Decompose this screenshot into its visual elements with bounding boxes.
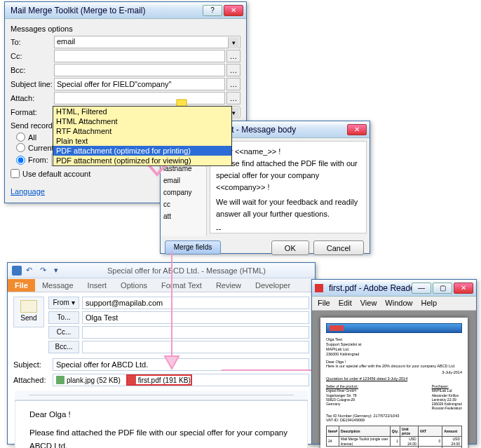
merge-field[interactable]: cc xyxy=(161,198,206,210)
pink-arrow-annotation xyxy=(161,251,182,370)
attached-label: Attached: xyxy=(13,376,53,384)
menu-help[interactable]: Help xyxy=(421,299,437,308)
cc-input[interactable] xyxy=(82,326,309,339)
radio-all[interactable] xyxy=(16,133,25,142)
close-button[interactable]: ✕ xyxy=(224,5,243,16)
format-option[interactable]: RTF Attachment xyxy=(53,126,231,136)
format-option[interactable]: HTML Attachment xyxy=(53,116,231,126)
merge-field[interactable]: att xyxy=(161,210,206,222)
save-icon[interactable] xyxy=(12,266,22,276)
reader-menu-bar: File Edit View Window Help xyxy=(312,297,476,311)
attach-picker-button[interactable]: … xyxy=(226,92,240,104)
format-option[interactable]: Plain text xyxy=(53,136,231,146)
attach-label: Attach: xyxy=(11,94,54,102)
radio-from[interactable] xyxy=(16,156,25,165)
image-file-icon xyxy=(56,376,65,384)
more-icon[interactable]: ▾ xyxy=(54,266,58,275)
bcc-picker-button[interactable]: … xyxy=(226,64,240,76)
close-button[interactable]: ✕ xyxy=(347,124,367,135)
subject-label: Subject: xyxy=(13,360,53,369)
pdf-page: Olga Test Support Specialist at MAPILab … xyxy=(320,318,468,448)
adobe-icon xyxy=(315,284,323,292)
format-label: Format: xyxy=(11,108,54,116)
message-body-editor[interactable]: Dear <<name_>> ! Please find attached th… xyxy=(210,141,367,233)
logo-icon xyxy=(330,325,344,331)
compose-title: Special offer for ABCD Ltd. - Message (H… xyxy=(62,266,311,275)
use-default-checkbox[interactable] xyxy=(11,169,20,178)
pdf-file-icon xyxy=(128,376,136,384)
menu-window[interactable]: Window xyxy=(385,299,412,308)
tab-message[interactable]: Message xyxy=(35,279,81,292)
bcc-input[interactable] xyxy=(82,341,309,353)
close-button[interactable]: ✕ xyxy=(454,283,473,294)
window-title: first.pdf - Adobe Reader xyxy=(326,283,412,293)
merge-field[interactable]: email xyxy=(161,175,206,186)
from-button[interactable]: From ▾ xyxy=(48,297,79,309)
pdf-header-bar xyxy=(326,323,462,333)
menu-view[interactable]: View xyxy=(360,299,377,308)
menu-edit[interactable]: Edit xyxy=(339,299,352,308)
to-input[interactable] xyxy=(82,311,309,324)
tab-options[interactable]: Options xyxy=(114,279,154,292)
attachment-item[interactable]: plank.jpg (52 KB) xyxy=(56,376,121,384)
redo-icon[interactable]: ↷ xyxy=(40,266,50,276)
menu-file[interactable]: File xyxy=(318,299,330,308)
messages-options-label: Messages options xyxy=(11,25,240,33)
bcc-label: Bcc: xyxy=(11,66,54,74)
subject-input[interactable] xyxy=(54,78,225,90)
adobe-reader-window: first.pdf - Adobe Reader — ▢ ✕ File Edit… xyxy=(311,279,477,444)
radio-current[interactable] xyxy=(16,143,25,152)
attachment-item-pdf[interactable]: first.pdf (191 KB) xyxy=(128,376,191,384)
ruler xyxy=(15,391,308,400)
tab-developer[interactable]: Developer xyxy=(248,279,297,292)
ok-button[interactable]: OK xyxy=(271,240,309,255)
format-option[interactable]: PDF attachment (optimized for viewing) xyxy=(53,156,231,165)
from-input[interactable] xyxy=(82,297,309,309)
maximize-button[interactable]: ▢ xyxy=(433,283,452,294)
cc-label: Cc: xyxy=(11,52,54,60)
minimize-button[interactable]: — xyxy=(412,283,431,294)
titlebar[interactable]: first.pdf - Adobe Reader — ▢ ✕ xyxy=(312,280,476,297)
to-label: To: xyxy=(11,38,54,46)
cancel-button[interactable]: Cancel xyxy=(313,240,364,255)
merge-field[interactable]: company xyxy=(161,186,206,198)
window-title: Mail Merge Toolkit (Merge to E-mail) xyxy=(8,6,203,15)
format-option-selected[interactable]: PDF attachment (optimized for printing) xyxy=(53,146,231,156)
tab-insert[interactable]: Insert xyxy=(81,279,114,292)
to-select[interactable]: email▾ xyxy=(54,36,240,48)
quote-table: Item# Description Qty. Unit price VAT Am… xyxy=(326,426,462,448)
compose-body[interactable]: Dear Olga ! Please find attached the PDF… xyxy=(15,400,308,448)
cc-button[interactable]: Cc... xyxy=(48,326,79,339)
send-button[interactable]: Send xyxy=(13,297,44,327)
format-option[interactable]: HTML, Filtered xyxy=(53,107,231,116)
subject-label: Subject line: xyxy=(11,80,54,88)
subject-picker-button[interactable]: … xyxy=(226,78,240,90)
cc-picker-button[interactable]: … xyxy=(226,50,240,62)
tab-review[interactable]: Review xyxy=(209,279,248,292)
undo-icon[interactable]: ↶ xyxy=(26,266,36,276)
to-button[interactable]: To... xyxy=(48,311,79,324)
bcc-input[interactable] xyxy=(54,64,225,76)
tab-file[interactable]: File xyxy=(8,279,35,292)
bcc-button[interactable]: Bcc... xyxy=(48,341,79,353)
help-button[interactable]: ? xyxy=(203,5,222,16)
chevron-down-icon: ▾ xyxy=(228,37,239,48)
language-link[interactable]: Language xyxy=(11,187,45,196)
titlebar[interactable]: Mail Merge Toolkit (Merge to E-mail) ? ✕ xyxy=(5,2,246,19)
format-dropdown-list[interactable]: HTML, Filtered HTML Attachment RTF Attac… xyxy=(53,106,232,166)
reader-viewport[interactable]: Olga Test Support Specialist at MAPILab … xyxy=(312,311,476,444)
cc-input[interactable] xyxy=(54,50,225,62)
